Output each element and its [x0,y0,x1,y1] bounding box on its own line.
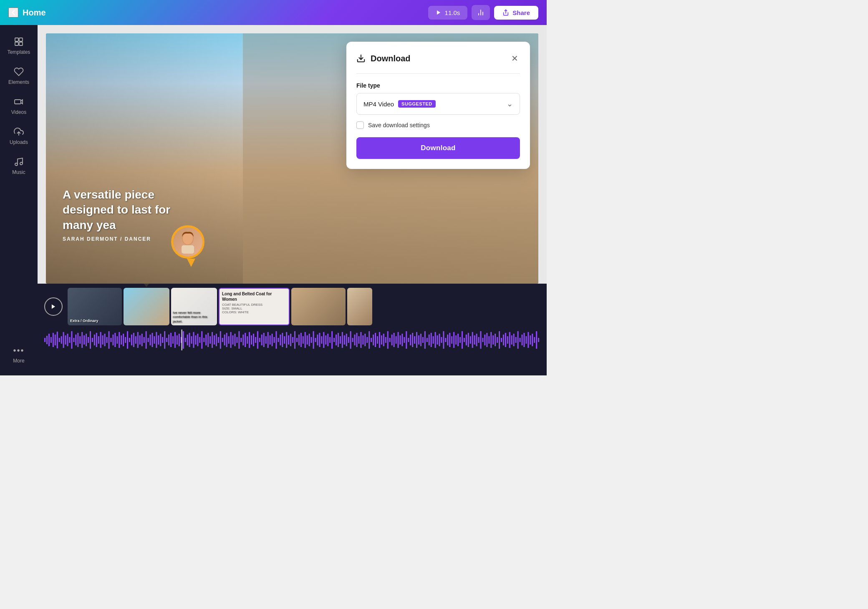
svg-rect-68 [144,337,145,343]
svg-rect-244 [507,336,508,344]
svg-rect-131 [273,337,275,343]
chevron-down-icon: ⌄ [507,99,513,108]
svg-rect-199 [414,336,415,344]
play-button[interactable] [44,297,63,316]
svg-rect-71 [149,335,151,345]
svg-rect-159 [331,331,333,349]
svg-rect-52 [110,338,111,342]
svg-rect-92 [193,332,194,348]
svg-rect-233 [484,335,485,345]
header-left: Home [8,8,421,18]
svg-rect-198 [412,333,413,347]
file-type-dropdown[interactable]: MP4 Video SUGGESTED ⌄ [356,93,520,115]
svg-rect-221 [459,337,461,343]
svg-rect-153 [319,333,320,347]
svg-rect-117 [245,333,246,347]
svg-rect-256 [532,334,533,346]
svg-rect-182 [379,332,380,348]
svg-rect-180 [375,333,376,347]
svg-rect-51 [108,331,109,349]
svg-rect-75 [158,335,159,345]
svg-rect-91 [191,336,192,344]
share-button[interactable]: Share [494,6,538,20]
modal-title: Download [371,54,411,63]
svg-rect-201 [418,335,419,345]
sidebar-item-templates[interactable]: Templates [2,32,35,60]
download-button[interactable]: Download [356,137,520,159]
svg-rect-240 [499,331,500,349]
timeline-clip-6[interactable] [347,288,372,325]
svg-rect-219 [455,335,457,345]
svg-rect-110 [230,332,232,348]
svg-rect-243 [505,333,506,347]
clip-2-wrapper [124,288,169,325]
video-subtitle: SARAH DERMONT / DANCER [63,236,179,242]
svg-rect-116 [242,335,244,345]
share-label: Share [512,9,530,16]
svg-rect-99 [207,333,209,347]
svg-rect-88 [185,338,186,342]
svg-rect-67 [141,334,143,346]
svg-rect-258 [536,331,537,349]
svg-rect-121 [253,334,254,346]
svg-rect-249 [517,331,519,349]
modal-title-row: Download [356,54,411,63]
svg-rect-162 [338,333,339,347]
save-settings-checkbox[interactable] [356,121,364,129]
stats-button[interactable] [472,5,490,20]
svg-rect-171 [356,333,357,347]
svg-rect-129 [270,335,271,345]
sidebar-item-videos[interactable]: Videos [2,92,35,120]
svg-rect-235 [488,336,490,344]
svg-rect-126 [263,333,265,347]
svg-rect-90 [189,333,190,347]
svg-point-14 [20,162,23,165]
svg-rect-192 [399,335,401,345]
timeline-clip-4-active[interactable]: Long and Belted Coat for Women COAT BEAU… [219,288,290,325]
audio-track[interactable]: // Will be rendered as static SVG path [44,330,540,350]
play-time-button[interactable]: 11.0s [428,6,468,20]
svg-rect-54 [114,333,116,347]
sidebar-item-uploads[interactable]: Uploads [2,122,35,150]
back-button[interactable] [8,8,18,18]
svg-rect-152 [317,335,318,345]
timeline-clip-3[interactable]: Ive never felt more comfortable than in … [171,288,217,325]
timeline-clip-2[interactable] [124,288,169,325]
svg-rect-163 [340,336,341,344]
svg-rect-257 [534,337,535,343]
svg-rect-214 [445,338,446,342]
svg-rect-108 [226,333,227,347]
svg-rect-6 [19,38,23,41]
sidebar-item-music[interactable]: Music [2,152,35,180]
timeline-clip-1[interactable]: Extra / Ordinary [68,288,122,325]
svg-rect-72 [151,333,153,347]
app-header: Home 11.0s Share [0,0,547,25]
modal-close-button[interactable]: ✕ [510,52,520,65]
svg-rect-48 [102,335,103,345]
svg-rect-252 [523,333,525,347]
svg-rect-102 [214,335,215,345]
svg-rect-179 [373,335,374,345]
sidebar-item-more[interactable]: ••• More [2,341,35,369]
save-settings-row: Save download settings [356,121,520,129]
svg-rect-115 [240,338,242,342]
sidebar-item-elements[interactable]: Elements [2,62,35,90]
svg-rect-206 [429,335,430,345]
svg-rect-184 [383,334,384,346]
header-right: 11.0s Share [428,5,538,20]
page-title: Home [23,8,46,18]
modal-divider [356,73,520,74]
svg-rect-43 [92,338,93,342]
file-type-name: MP4 Video [363,101,394,108]
svg-rect-204 [424,331,426,349]
svg-rect-186 [387,331,389,349]
svg-rect-53 [112,335,114,345]
svg-rect-259 [538,338,539,342]
svg-rect-178 [371,338,372,342]
svg-rect-33 [71,331,72,349]
sidebar: Templates Elements Videos Uploads [0,25,38,375]
timeline-clip-5[interactable] [291,288,346,325]
svg-rect-95 [199,337,200,343]
svg-rect-21 [46,336,48,344]
video-background: A versatile piece designed to last for m… [46,33,538,284]
